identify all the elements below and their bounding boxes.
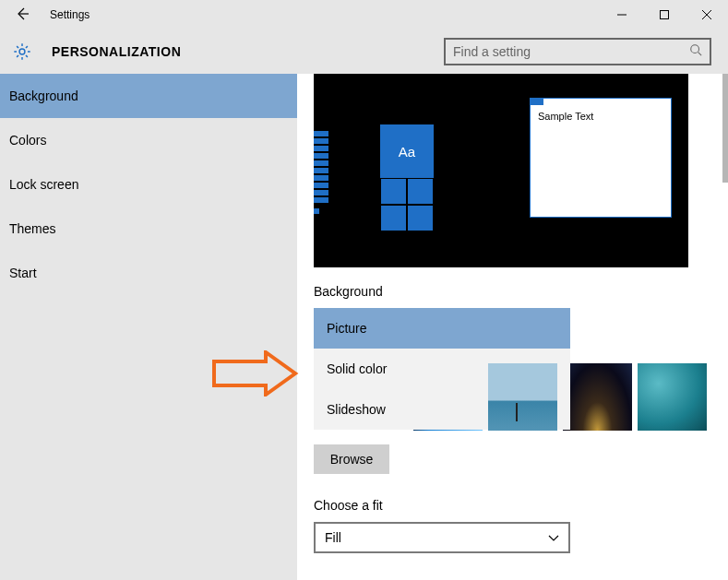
- preview-tile-small: [407, 178, 434, 205]
- header: PERSONALIZATION: [0, 30, 728, 74]
- chevron-down-icon: [548, 530, 559, 545]
- close-button[interactable]: [686, 0, 728, 30]
- sidebar-item-label: Lock screen: [9, 177, 78, 192]
- content-pane: Aa Sample Text Background Picture: [297, 74, 728, 580]
- titlebar: Settings: [0, 0, 728, 30]
- svg-rect-0: [661, 10, 669, 18]
- sidebar-item-label: Colors: [9, 133, 46, 148]
- sidebar-item-label: Background: [9, 89, 78, 103]
- dropdown-option-label: Slideshow: [327, 402, 386, 417]
- arrow-left-icon: [15, 6, 30, 24]
- preview-tile-small: [407, 205, 434, 231]
- preview-window-accent: [531, 99, 543, 105]
- sidebar-item-start[interactable]: Start: [0, 251, 297, 295]
- preview-taskbar-strip: [314, 131, 328, 214]
- svg-point-1: [19, 49, 25, 54]
- background-label: Background: [314, 284, 711, 299]
- search-box[interactable]: [444, 38, 711, 65]
- minimize-icon: [617, 8, 627, 22]
- sidebar: Background Colors Lock screen Themes Sta…: [0, 74, 297, 580]
- fit-dropdown-value: Fill: [325, 530, 341, 545]
- search-icon: [689, 43, 702, 60]
- browse-button[interactable]: Browse: [314, 444, 389, 474]
- gear-icon: [9, 39, 35, 65]
- preview-tile-text: Aa: [399, 144, 415, 160]
- picture-thumbnail[interactable]: [488, 363, 557, 431]
- dropdown-option-label: Picture: [327, 321, 367, 336]
- dropdown-option-label: Solid color: [327, 361, 387, 376]
- maximize-button[interactable]: [643, 0, 686, 30]
- preview-window-text: Sample Text: [531, 105, 671, 127]
- sidebar-item-label: Themes: [9, 221, 56, 236]
- browse-button-label: Browse: [330, 452, 374, 467]
- window-title: Settings: [50, 8, 90, 21]
- preview-tile-small: [380, 178, 407, 205]
- page-title: PERSONALIZATION: [52, 44, 181, 59]
- desktop-preview: Aa Sample Text: [314, 74, 688, 267]
- sidebar-item-lock-screen[interactable]: Lock screen: [0, 162, 297, 207]
- sidebar-item-background[interactable]: Background: [0, 74, 297, 118]
- close-icon: [702, 8, 711, 22]
- preview-tiles: Aa: [380, 124, 434, 231]
- picture-thumbnail[interactable]: [638, 363, 707, 431]
- dropdown-option-picture[interactable]: Picture: [314, 308, 570, 349]
- maximize-icon: [660, 8, 669, 22]
- sidebar-item-themes[interactable]: Themes: [0, 207, 297, 251]
- preview-window: Sample Text: [530, 98, 672, 218]
- sidebar-item-label: Start: [9, 266, 37, 280]
- preview-tile-small: [380, 205, 407, 231]
- fit-dropdown[interactable]: Fill: [314, 522, 570, 553]
- preview-tile-large: Aa: [380, 124, 434, 178]
- minimize-button[interactable]: [601, 0, 643, 30]
- window-controls: [601, 0, 728, 30]
- svg-point-2: [691, 45, 699, 53]
- sidebar-item-colors[interactable]: Colors: [0, 118, 297, 162]
- fit-label: Choose a fit: [314, 498, 711, 513]
- back-button[interactable]: [7, 0, 37, 30]
- picture-thumbnail[interactable]: [563, 363, 632, 431]
- search-input[interactable]: [453, 44, 689, 59]
- scrollbar[interactable]: [722, 74, 728, 183]
